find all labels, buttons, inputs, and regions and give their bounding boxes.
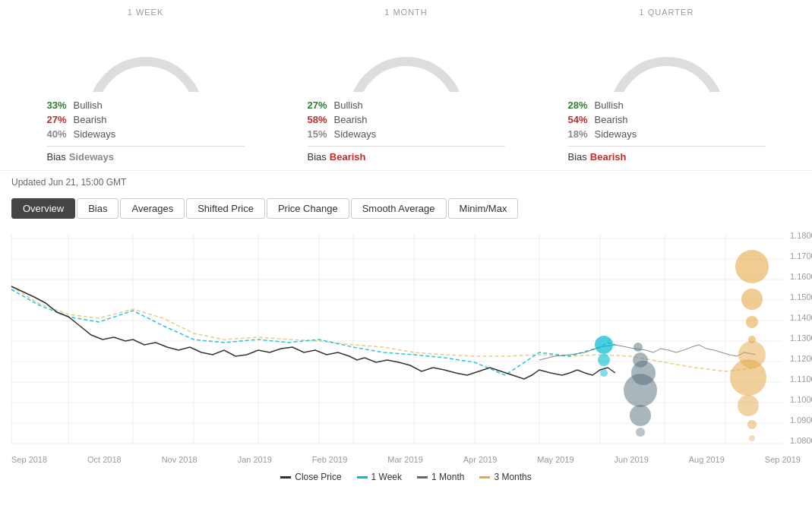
bullish-label-0: Bullish	[74, 99, 103, 111]
tab-bias[interactable]: Bias	[77, 198, 118, 219]
tab-price-change[interactable]: Price Change	[267, 198, 349, 219]
legend-1month: 1 Month	[417, 472, 464, 482]
bullish-line-2: 28% Bullish	[568, 99, 766, 111]
sideways-pct-2: 18%	[568, 128, 595, 140]
svg-point-43	[600, 369, 608, 377]
svg-point-51	[741, 289, 763, 310]
svg-text:1.0900: 1.0900	[790, 415, 812, 425]
bias-line-0: Bias Sideways	[47, 151, 245, 163]
bearish-label-1: Bearish	[334, 114, 368, 125]
svg-point-50	[735, 250, 769, 283]
bearish-line-1: 58% Bearish	[308, 114, 505, 125]
bullish-pct-2: 28%	[568, 99, 595, 111]
bearish-pct-1: 58%	[308, 114, 334, 125]
bias-line-1: Bias Bearish	[308, 151, 505, 163]
legend-row: Close Price 1 Week 1 Month 3 Months	[0, 466, 812, 488]
sideways-line-2: 18% Sideways	[568, 128, 766, 140]
stats-0: 33% Bullish 27% Bearish 40% Sideways Bia…	[32, 98, 260, 163]
sideways-label-0: Sideways	[74, 128, 116, 140]
3months-dot	[479, 476, 490, 479]
bullish-line-0: 33% Bullish	[47, 99, 245, 111]
legend-1week: 1 Week	[357, 472, 402, 482]
forecast-panel-2: 1 QUARTER Avg Forecast 1.1264 28% Bullis…	[553, 8, 781, 163]
svg-point-49	[636, 428, 645, 437]
svg-text:1.0800: 1.0800	[790, 436, 812, 445]
bearish-line-2: 54% Bearish	[568, 114, 766, 125]
forecast-row: 1 WEEK Avg Forecast 1.1329 33% Bullish 2…	[0, 0, 812, 171]
tab-smooth-average[interactable]: Smooth Average	[351, 198, 447, 219]
svg-text:1.1400: 1.1400	[790, 313, 812, 322]
sideways-pct-0: 40%	[47, 128, 74, 140]
bias-text-0: Bias	[47, 151, 66, 163]
svg-text:1.1500: 1.1500	[790, 292, 812, 302]
updated-line: Updated Jun 21, 15:00 GMT	[0, 171, 812, 194]
sideways-label-1: Sideways	[334, 128, 377, 140]
svg-text:1.1800: 1.1800	[790, 231, 812, 240]
bias-line-2: Bias Bearish	[568, 151, 766, 163]
forecast-panel-0: 1 WEEK Avg Forecast 1.1329 33% Bullish 2…	[32, 8, 260, 163]
1month-dot	[417, 476, 428, 479]
sideways-label-2: Sideways	[595, 128, 637, 140]
bullish-label-2: Bullish	[595, 99, 624, 111]
legend-3months: 3 Months	[479, 472, 531, 482]
stats-1: 27% Bullish 58% Bearish 15% Sideways Bia…	[292, 98, 520, 163]
updated-text: Updated Jun 21, 15:00 GMT	[11, 177, 126, 188]
sideways-pct-1: 15%	[308, 128, 334, 140]
tab-overview[interactable]: Overview	[11, 198, 75, 219]
svg-point-52	[746, 316, 758, 328]
bullish-pct-0: 33%	[47, 99, 74, 111]
svg-point-48	[630, 405, 651, 426]
bullish-pct-1: 27%	[308, 99, 334, 111]
x-axis: Sep 2018 Oct 2018 Nov 2018 Jan 2019 Feb …	[0, 455, 812, 466]
period-label-1: 1 MONTH	[384, 8, 428, 17]
1week-dot	[357, 476, 368, 479]
bias-value-1: Bearish	[330, 151, 366, 163]
period-label-2: 1 QUARTER	[640, 8, 694, 17]
svg-point-56	[738, 395, 759, 416]
main-chart: 1.0800 1.0900 1.1000 1.1100 1.1200 1.130…	[0, 227, 812, 455]
svg-point-41	[595, 336, 613, 354]
svg-text:1.1200: 1.1200	[790, 354, 812, 363]
tabs-row: OverviewBiasAveragesShifted PricePrice C…	[0, 194, 812, 223]
bearish-label-2: Bearish	[595, 114, 628, 125]
svg-text:1.1700: 1.1700	[790, 251, 812, 261]
bullish-line-1: 27% Bullish	[308, 99, 505, 111]
gauge-0: Avg Forecast 1.1329	[77, 20, 214, 92]
chart-area: 1.0800 1.0900 1.1000 1.1100 1.1200 1.130…	[0, 227, 812, 455]
svg-point-44	[633, 343, 643, 352]
divider-0	[47, 146, 245, 147]
bearish-pct-2: 54%	[568, 114, 595, 125]
bias-text-2: Bias	[568, 151, 587, 163]
svg-point-57	[747, 420, 757, 429]
period-label-0: 1 WEEK	[128, 8, 164, 17]
bearish-line-0: 27% Bearish	[47, 114, 245, 125]
svg-point-58	[749, 435, 755, 441]
gauge-2: Avg Forecast 1.1264	[599, 20, 735, 92]
sideways-line-1: 15% Sideways	[308, 128, 505, 140]
forecast-panel-1: 1 MONTH Avg Forecast 1.1228 27% Bullish …	[292, 8, 520, 163]
legend-close-price: Close Price	[280, 472, 341, 482]
svg-point-42	[598, 354, 610, 366]
divider-1	[308, 146, 505, 147]
svg-point-47	[624, 374, 657, 407]
tab-averages[interactable]: Averages	[120, 198, 185, 219]
bias-value-2: Bearish	[590, 151, 627, 163]
tab-minim/max[interactable]: Minim/Max	[448, 198, 519, 219]
bias-text-1: Bias	[308, 151, 327, 163]
svg-text:1.1100: 1.1100	[790, 374, 812, 384]
svg-text:1.1600: 1.1600	[790, 272, 812, 281]
3months-label: 3 Months	[494, 472, 531, 482]
tab-shifted-price[interactable]: Shifted Price	[186, 198, 265, 219]
bearish-label-0: Bearish	[74, 114, 107, 125]
1month-label: 1 Month	[431, 472, 464, 482]
1week-label: 1 Week	[371, 472, 402, 482]
close-price-label: Close Price	[295, 472, 341, 482]
bullish-label-1: Bullish	[334, 99, 363, 111]
sideways-line-0: 40% Sideways	[47, 128, 245, 140]
svg-text:1.1300: 1.1300	[790, 333, 812, 343]
svg-point-55	[730, 359, 766, 396]
bearish-pct-0: 27%	[47, 114, 74, 125]
bias-value-0: Sideways	[69, 151, 114, 163]
gauge-1: Avg Forecast 1.1228	[338, 20, 475, 92]
divider-2	[568, 146, 766, 147]
